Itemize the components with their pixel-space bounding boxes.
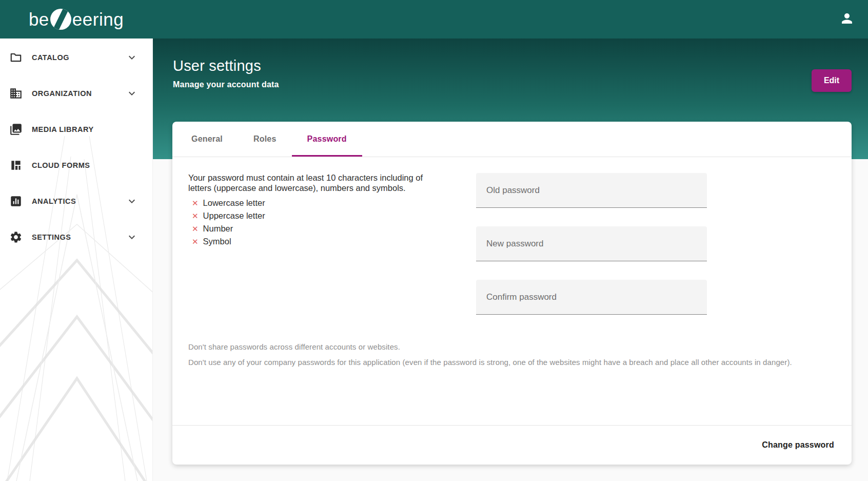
- x-mark-icon: ✕: [192, 225, 199, 233]
- password-note-share: Don't share passwords across different a…: [188, 342, 400, 351]
- sidebar-item-settings[interactable]: SETTINGS: [0, 225, 152, 249]
- sidebar: CATALOG ORGANIZATION MEDIA LIBRARY: [0, 39, 153, 481]
- chevron-down-icon: [126, 231, 138, 243]
- logo: be eering: [0, 9, 152, 30]
- sidebar-nav: CATALOG ORGANIZATION MEDIA LIBRARY: [0, 39, 152, 249]
- chevron-down-icon: [126, 195, 138, 207]
- x-mark-icon: ✕: [192, 212, 199, 220]
- new-password-input[interactable]: [476, 226, 707, 261]
- password-requirements-list: ✕ Lowercase letter ✕ Uppercase letter ✕ …: [192, 197, 265, 248]
- change-password-button[interactable]: Change password: [759, 440, 837, 450]
- password-fields: [476, 173, 707, 333]
- edit-button[interactable]: Edit: [812, 69, 852, 92]
- x-mark-icon: ✕: [192, 238, 199, 245]
- sidebar-item-organization[interactable]: ORGANIZATION: [0, 81, 152, 106]
- analytics-icon: [9, 195, 23, 208]
- tab-roles[interactable]: Roles: [238, 122, 292, 157]
- logo-n-mark-icon: [50, 9, 71, 30]
- password-note-company: Don't use any of your company passwords …: [188, 358, 792, 367]
- logo-text-suffix: eering: [72, 9, 124, 30]
- requirement-item-uppercase: ✕ Uppercase letter: [192, 209, 265, 222]
- sidebar-item-catalog[interactable]: CATALOG: [0, 45, 152, 70]
- gear-icon: [9, 230, 23, 244]
- user-settings-card: General Roles Password Your password mus…: [172, 122, 852, 465]
- x-mark-icon: ✕: [192, 199, 199, 207]
- tab-bar: General Roles Password: [172, 122, 852, 157]
- app-root: be eering User settings Manage your acco…: [0, 0, 868, 481]
- sidebar-item-cloud-forms[interactable]: CLOUD FORMS: [0, 153, 152, 178]
- building-icon: [9, 87, 23, 100]
- logo-text-prefix: be: [29, 9, 49, 30]
- confirm-password-input[interactable]: [476, 280, 707, 315]
- sidebar-item-analytics[interactable]: ANALYTICS: [0, 189, 152, 214]
- password-requirements-intro: Your password must contain at least 10 c…: [188, 172, 447, 193]
- chevron-down-icon: [126, 87, 138, 100]
- requirement-item-lowercase: ✕ Lowercase letter: [192, 197, 265, 209]
- chevron-down-icon: [126, 51, 138, 64]
- folder-icon: [9, 51, 23, 64]
- tab-password[interactable]: Password: [292, 122, 362, 157]
- media-library-icon: [9, 123, 23, 136]
- old-password-input[interactable]: [476, 173, 707, 208]
- person-icon: [839, 11, 855, 28]
- requirement-item-number: ✕ Number: [192, 222, 265, 235]
- cloud-forms-icon: [9, 159, 23, 172]
- requirement-item-symbol: ✕ Symbol: [192, 235, 265, 248]
- tab-general[interactable]: General: [176, 122, 238, 157]
- top-bar: be eering: [0, 0, 868, 39]
- page-title: User settings: [173, 57, 261, 74]
- card-footer: Change password: [172, 425, 852, 465]
- sidebar-item-media-library[interactable]: MEDIA LIBRARY: [0, 117, 152, 142]
- user-account-button[interactable]: [836, 8, 858, 31]
- page-subtitle: Manage your account data: [173, 80, 279, 89]
